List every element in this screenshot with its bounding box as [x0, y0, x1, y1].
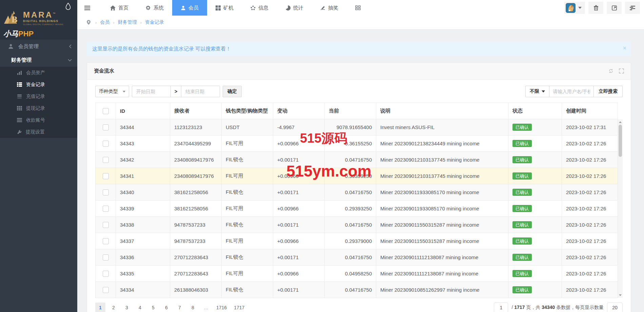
confirm-button[interactable]: 确定: [223, 86, 242, 97]
nav-item-statistics[interactable]: 统计: [277, 0, 312, 16]
cell-wallet-type: FIL锁仓: [222, 217, 273, 233]
user-avatar-dropdown[interactable]: [564, 2, 585, 14]
page-size-select[interactable]: 20: [607, 303, 623, 312]
row-checkbox[interactable]: [103, 254, 109, 261]
status-badge: 已确认: [512, 237, 532, 245]
page-number-5[interactable]: 5: [148, 303, 158, 312]
scroll-up-arrow[interactable]: [618, 120, 623, 124]
row-checkbox[interactable]: [103, 189, 109, 195]
cell-description: Invest miners ASUS-FIL: [376, 119, 508, 136]
page-number-8[interactable]: 8: [188, 303, 198, 312]
th-list-icon: [17, 106, 22, 110]
page-number-7[interactable]: 7: [175, 303, 185, 312]
logo-subtitle: DIGITAL HOLDINGS: [23, 19, 63, 23]
cell-created-time: 2023-10-02 17:26: [562, 249, 618, 266]
cell-current: 0.04958250: [325, 266, 376, 282]
breadcrumb-item-fund-records[interactable]: 资金记录: [145, 19, 164, 25]
sidebar-item-deposit-records[interactable]: 充值记录: [0, 90, 77, 102]
cell-id: 34340: [116, 184, 170, 201]
cell-status: 已确认: [508, 249, 562, 266]
page-number-1716[interactable]: 1716: [214, 303, 229, 312]
external-link-button[interactable]: [607, 2, 622, 14]
row-checkbox[interactable]: [103, 271, 109, 277]
nav-item-apps[interactable]: [347, 0, 369, 16]
svg-text:B: B: [12, 15, 17, 24]
cell-description: Miner 202309011933085170 mining income: [376, 184, 508, 201]
sidebar-item-payment-accounts[interactable]: 收款账号: [0, 114, 77, 126]
nav-item-home[interactable]: 首页: [102, 0, 137, 16]
trash-button[interactable]: [588, 2, 603, 14]
cell-current: 0.04716750: [325, 152, 376, 168]
cell-wallet-type: FIL可用: [222, 233, 273, 249]
sidebar-item-member-management[interactable]: 会员管理: [0, 40, 77, 53]
caret-down-icon: [123, 91, 125, 92]
cell-wallet-type: FIL锁仓: [222, 249, 273, 266]
row-checkbox[interactable]: [103, 124, 109, 130]
cell-change: +0.00966: [273, 233, 325, 249]
product-logo: 小马PHP: [3, 29, 77, 39]
scrollbar-thumb[interactable]: [619, 125, 622, 157]
cell-current: 0.29379000: [325, 233, 376, 249]
nav-item-system[interactable]: 系统: [137, 0, 172, 16]
nav-item-miners[interactable]: 矿机: [207, 0, 242, 16]
nav-item-members[interactable]: 会员: [172, 0, 207, 16]
table-vertical-scrollbar[interactable]: [618, 119, 623, 298]
mara-logo: B MARA™ DIGITAL HOLDINGS GLOBAL DIGITAL …: [3, 10, 77, 25]
cell-created-time: 2023-10-02 17:26: [562, 233, 618, 249]
row-checkbox[interactable]: [103, 157, 109, 163]
end-date-input[interactable]: [185, 89, 216, 94]
row-checkbox[interactable]: [103, 238, 109, 244]
cell-change: +0.00171: [273, 184, 325, 201]
row-checkbox[interactable]: [103, 287, 109, 293]
log-list-button[interactable]: [625, 2, 640, 14]
alert-close-icon[interactable]: ×: [623, 45, 626, 51]
page-number-2[interactable]: 2: [108, 303, 119, 312]
sidebar-item-withdraw-settings[interactable]: 提现设置: [0, 126, 77, 138]
chevron-down-icon: [68, 59, 72, 62]
page-number-4[interactable]: 4: [135, 303, 145, 312]
page-jump-input[interactable]: [494, 303, 508, 312]
refresh-icon[interactable]: [608, 68, 613, 74]
fund-flow-panel: 资金流水 币种类型: [87, 62, 631, 312]
sidebar-item-member-assets[interactable]: 会员资产: [0, 67, 77, 79]
row-checkbox[interactable]: [103, 222, 109, 228]
nav-item-lottery[interactable]: 抽奖: [312, 0, 347, 16]
sidebar-item-finance-management[interactable]: 财务管理: [0, 53, 77, 67]
nav-item-messages[interactable]: 信息: [242, 0, 277, 16]
fullscreen-icon[interactable]: [619, 68, 624, 74]
table-row: 34335270712283643FIL可用+0.009660.04958250…: [96, 266, 618, 282]
scope-select-button[interactable]: 不限: [525, 86, 549, 97]
status-badge: 已确认: [512, 124, 532, 131]
row-checkbox-cell: [96, 136, 116, 152]
sidebar-item-withdraw-records[interactable]: 提现记录: [0, 102, 77, 114]
page-number-1[interactable]: 1: [95, 303, 105, 312]
currency-type-select[interactable]: 币种类型: [95, 86, 129, 97]
page-number-3[interactable]: 3: [122, 303, 132, 312]
select-all-header: [96, 103, 116, 119]
cell-id: 34334: [116, 282, 170, 298]
column-header: 状态: [508, 103, 562, 119]
row-checkbox[interactable]: [103, 141, 109, 147]
sidebar-item-fund-records[interactable]: 资金记录: [0, 79, 77, 90]
cell-status: 已确认: [508, 152, 562, 168]
cell-change: +0.00171: [273, 217, 325, 233]
water-drop-icon: [65, 3, 71, 10]
row-checkbox[interactable]: [103, 173, 109, 179]
cell-receiver: 381621258056: [170, 201, 222, 217]
page-number-1717[interactable]: 1717: [232, 303, 246, 312]
cell-current: 0.36155250: [325, 136, 376, 152]
scroll-down-arrow[interactable]: [618, 293, 623, 297]
status-badge: 已确认: [512, 286, 532, 293]
pie-chart-icon: [285, 5, 290, 11]
select-all-checkbox[interactable]: [103, 108, 109, 114]
hamburger-menu-icon[interactable]: [77, 0, 97, 16]
cell-receiver: 270712283643: [170, 266, 222, 282]
breadcrumb-item-finance[interactable]: 财务管理: [118, 19, 137, 25]
row-checkbox[interactable]: [103, 206, 109, 212]
breadcrumb-item-members[interactable]: 会员: [100, 19, 109, 25]
start-date-input[interactable]: [136, 89, 166, 94]
search-input[interactable]: [553, 89, 590, 94]
search-button[interactable]: 立即搜索: [593, 86, 623, 97]
column-header: 接收者: [170, 103, 222, 119]
page-number-6[interactable]: 6: [161, 303, 172, 312]
